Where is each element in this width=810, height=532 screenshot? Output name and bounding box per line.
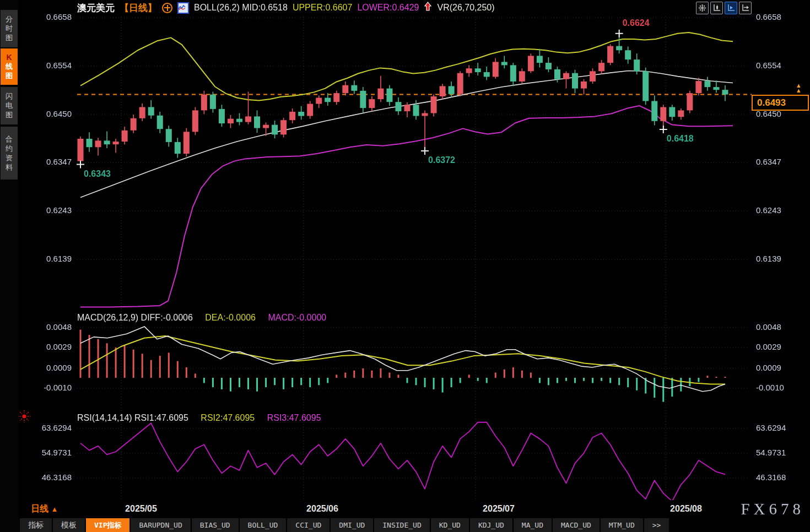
sidebar-tab-char: 资 (6, 154, 13, 162)
sidebar-tab-char: 分 (6, 15, 13, 24)
axis-scale-icon[interactable] (710, 2, 723, 14)
indicator-tab-模板[interactable]: 模板 (53, 518, 85, 532)
indicator-tab-dmiud[interactable]: DMI_UD (331, 518, 373, 532)
left-sidebar: 分时图K线图闪电图合约资料 (0, 0, 19, 532)
indicator-tab-maud[interactable]: MA_UD (514, 518, 552, 532)
macd-header: MACD(26,12,9) DIFF:-0.0006 DEA:-0.0006 M… (77, 313, 326, 323)
indicator-tab-macdud[interactable]: MACD_UD (553, 518, 600, 532)
month-axis-label: 2025/05 (125, 504, 157, 514)
trading-app-window: { "header": { "title": "澳元美元", "period":… (0, 0, 810, 532)
chart-toolbar (696, 2, 752, 14)
month-axis-label: 2025/06 (306, 504, 338, 514)
instrument-title: 澳元美元 (77, 2, 115, 14)
rsi3-label: RSI3:47.6095 (267, 413, 321, 422)
sidebar-tab-1[interactable]: 分时图 (1, 10, 18, 47)
x-axis-strip: 日线 ▲ 2025/052025/062025/072025/08 FX678 (19, 500, 810, 518)
triangle-up-icon: ▲ (51, 505, 58, 513)
indicator-tab-指标[interactable]: 指标 (20, 518, 52, 532)
sidebar-tab-char: 闪 (6, 92, 13, 101)
axis-auto-icon[interactable] (725, 2, 737, 14)
current-price-value: 0.6493 (753, 97, 786, 108)
indicator-tab-kdjud[interactable]: KDJ_UD (470, 518, 512, 532)
axis-shift-icon[interactable] (739, 2, 752, 14)
sidebar-tab-char: 料 (6, 163, 13, 172)
indicator-tab-kdud[interactable]: KD_UD (431, 518, 469, 532)
sidebar-tab-4[interactable]: 合约资料 (1, 127, 18, 180)
macd-label: MACD(26,12,9) DIFF:-0.0006 (77, 313, 193, 322)
timeframe-label: 【日线】 (120, 2, 157, 14)
indicator-tab-vip指标[interactable]: VIP指标 (86, 518, 129, 532)
sidebar-tab-2[interactable]: K线图 (1, 48, 18, 85)
boll-upper-label: UPPER:0.6607 (293, 3, 353, 13)
mini-chart-icon (177, 2, 189, 14)
red-up-arrow-icon (424, 2, 432, 14)
month-axis-label: 2025/07 (483, 504, 515, 514)
sidebar-tab-char: 合 (6, 135, 13, 144)
rsi2-label: RSI2:47.6095 (201, 413, 255, 422)
sidebar-tab-char: K (6, 53, 12, 62)
sidebar-tab-char: 电 (6, 101, 13, 110)
alert-burst-icon[interactable] (18, 410, 31, 425)
sidebar-tab-char: 约 (6, 144, 13, 153)
sidebar-tab-3[interactable]: 闪电图 (1, 87, 18, 124)
period-dropdown[interactable]: 日线 ▲ (31, 503, 58, 515)
boll-lower-label: LOWER:0.6429 (357, 3, 419, 13)
macd-dea-label: DEA:-0.0006 (205, 313, 256, 322)
price-up-chevrons-icon: ▲▲ (796, 83, 802, 93)
indicator-tab-cciud[interactable]: CCI_UD (287, 518, 330, 532)
indicator-tab-barupdnud[interactable]: BARUPDN_UD (131, 518, 190, 532)
sidebar-tab-char: 线 (6, 62, 13, 71)
sidebar-tab-char: 图 (6, 34, 13, 42)
rsi1-label: RSI(14,14,14) RSI1:47.6095 (77, 413, 188, 422)
pan-tool-icon[interactable] (696, 2, 709, 14)
current-price-box: 0.6493 (752, 95, 809, 111)
boll-indicator-label: BOLL(26,2) MID:0.6518 (194, 3, 288, 13)
watermark-logo: FX678 (741, 500, 804, 518)
sidebar-tab-char: 图 (6, 72, 13, 80)
indicator-tab-bollud[interactable]: BOLL_UD (240, 518, 287, 532)
candlestick-chart-canvas[interactable] (0, 0, 810, 532)
chart-header: 澳元美元 【日线】 BOLL(26,2) MID:0.6518 UPPER:0.… (77, 1, 495, 14)
rsi-header: RSI(14,14,14) RSI1:47.6095 RSI2:47.6095 … (77, 413, 321, 423)
indicator-tab-biasud[interactable]: BIAS_UD (192, 518, 239, 532)
sidebar-tab-char: 时 (6, 24, 13, 33)
indicator-tab-mtmud[interactable]: MTM_UD (601, 518, 643, 532)
indicator-tab-[interactable]: >> (644, 518, 669, 532)
macd-macd-label: MACD:-0.0000 (268, 313, 326, 322)
indicator-tab-insideud[interactable]: INSIDE_UD (374, 518, 429, 532)
bottom-indicator-tabbar: 指标模板VIP指标BARUPDN_UDBIAS_UDBOLL_UDCCI_UDD… (20, 518, 810, 532)
add-circle-icon[interactable] (162, 3, 172, 13)
sidebar-tab-char: 图 (6, 111, 13, 120)
month-axis-label: 2025/08 (670, 504, 702, 514)
vr-indicator-label: VR(26,70,250) (437, 3, 494, 13)
